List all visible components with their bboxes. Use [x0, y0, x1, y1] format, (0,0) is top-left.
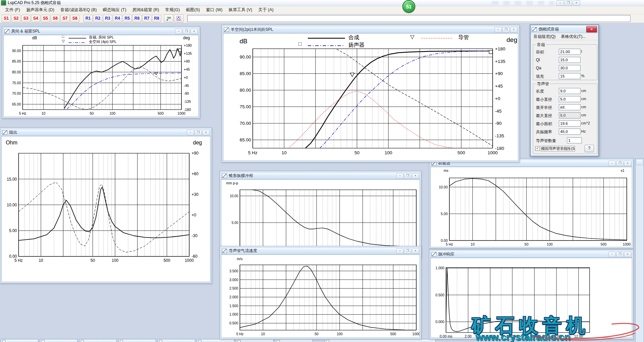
menu-box-filter-eq[interactable]: 音箱/滤波器/EQ (B)	[57, 6, 100, 14]
toolbar-combo-field[interactable]	[187, 15, 630, 22]
menu-room-box[interactable]: 房间&箱室 (R)	[129, 6, 162, 14]
menu-transient[interactable]: 瞬态响应 (T)	[100, 6, 129, 14]
y-axis-unit-ms: m/s	[237, 257, 243, 261]
impedance-title-bar[interactable]: 阻抗 – ❒ ×	[1, 129, 210, 136]
snapshot-button-s1[interactable]: S1	[2, 15, 11, 22]
minimize-icon[interactable]: –	[609, 252, 616, 257]
restore-icon[interactable]: ❒	[404, 248, 411, 254]
impulse-title: 脉冲响应	[438, 251, 609, 257]
min-area-field[interactable]	[559, 120, 580, 127]
nonlinear-checkbox[interactable]: ✓	[535, 146, 540, 151]
minimized-window-fragment[interactable]	[236, 339, 274, 342]
port-count-field[interactable]	[567, 137, 582, 143]
filling-label: 填充	[536, 74, 544, 79]
restore-icon[interactable]: ❒	[195, 130, 202, 135]
length-field[interactable]	[559, 88, 580, 94]
minimized-window-fragment[interactable]	[79, 339, 117, 342]
ql-field[interactable]	[559, 57, 580, 63]
recall-button-r4[interactable]: R4	[113, 15, 122, 22]
svg-text:500: 500	[390, 332, 396, 336]
snapshot-button-s8[interactable]: S8	[70, 15, 79, 22]
restore-icon[interactable]: ❒	[616, 252, 623, 257]
close-icon[interactable]: ×	[624, 161, 631, 166]
recall-button-r5[interactable]: R5	[123, 15, 132, 22]
svg-text:12.00: 12.00	[574, 334, 583, 338]
close-icon[interactable]: ×	[624, 252, 631, 257]
volume-field[interactable]	[559, 49, 580, 55]
close-button[interactable]: ×	[573, 0, 580, 6]
menu-snapshot[interactable]: 截图(S)	[183, 6, 203, 14]
minimized-window-fragment[interactable]	[118, 339, 156, 342]
minimized-window-fragment[interactable]	[40, 339, 78, 342]
excursion-title-bar[interactable]: 锥形振膜冲程 – ❒ ×	[221, 172, 420, 179]
help-button[interactable]: ?	[585, 145, 594, 152]
impulse-title-bar[interactable]: 脉冲响应 – ❒ ×	[430, 251, 632, 258]
room-spl-title-bar[interactable]: 房间 & 箱室SPL – ❒ ×	[3, 28, 199, 35]
max-diameter-label: 最大直径	[536, 113, 552, 119]
filling-field[interactable]	[559, 73, 580, 79]
excursion-title: 锥形振膜冲程	[229, 173, 396, 179]
recall-button-r1[interactable]: R1	[83, 15, 93, 22]
close-icon[interactable]: ×	[191, 29, 198, 34]
menu-window[interactable]: 窗口 (W)	[203, 6, 226, 14]
qa-field[interactable]	[559, 65, 580, 71]
snapshot-button-s4[interactable]: S4	[31, 15, 40, 22]
restore-icon[interactable]: ❒	[502, 27, 510, 32]
svg-text:50: 50	[524, 242, 528, 246]
recall-button-r8[interactable]: R8	[152, 15, 161, 22]
minimized-window-fragment[interactable]	[197, 339, 234, 342]
menu-file[interactable]: 文件 (F)	[2, 6, 23, 14]
menu-general[interactable]: 常规(G)	[162, 6, 183, 14]
svg-text:+30: +30	[192, 192, 199, 197]
min-diameter-field[interactable]	[559, 96, 580, 102]
half-space-title-bar[interactable]: 半空间(2pi)1米间距SPL – ❒ ×	[223, 26, 518, 33]
svg-text:+135: +135	[495, 59, 505, 64]
snapshot-button-s3[interactable]: S3	[21, 15, 30, 22]
recall-button-r7[interactable]: R7	[142, 15, 151, 22]
minimize-icon[interactable]: –	[187, 130, 194, 135]
menu-box-damping[interactable]: 音箱阻尼(Q)	[531, 33, 558, 40]
snapshot-button-s7[interactable]: S7	[60, 15, 70, 22]
menu-about[interactable]: 关于 (A)	[255, 6, 277, 14]
minimized-window-fragment[interactable]	[275, 339, 313, 342]
snapshot-button-s5[interactable]: S5	[41, 15, 50, 22]
close-icon[interactable]: ×	[202, 130, 209, 135]
svg-text:5 Hz: 5 Hz	[248, 150, 257, 155]
snapshot-button-s2[interactable]: S2	[11, 15, 21, 22]
curve-tool-icon[interactable]	[164, 15, 173, 22]
minimize-icon[interactable]: –	[396, 248, 403, 254]
minimized-window-fragment[interactable]	[324, 339, 436, 342]
chart-window-icon	[224, 27, 229, 32]
mdi-workspace: 房间 & 箱室SPL – ❒ × dB deg □ 音箱, 房间 SPL ▽ 全…	[0, 23, 644, 342]
minimize-icon[interactable]: –	[609, 161, 616, 166]
snapshot-button-s6[interactable]: S6	[51, 15, 60, 22]
length-unit: cm	[581, 89, 586, 93]
restore-icon[interactable]: ❒	[404, 173, 411, 179]
close-icon[interactable]: ×	[412, 173, 419, 179]
flare-radius-field[interactable]	[559, 104, 580, 110]
minimize-button[interactable]: –	[556, 0, 564, 6]
recall-button-r3[interactable]: R3	[103, 15, 112, 22]
minimize-icon[interactable]: –	[175, 29, 182, 34]
dialog-title-bar[interactable]: 倒相式音箱 ×	[531, 25, 598, 33]
restore-icon[interactable]: ❒	[616, 161, 623, 166]
minimized-window-fragment[interactable]	[157, 339, 195, 342]
menu-driver-unit[interactable]: 扬声器单元 (D)	[23, 6, 57, 14]
close-icon[interactable]: ×	[412, 248, 419, 254]
menu-convert-tools[interactable]: 换算工具 (V)	[225, 6, 255, 14]
close-icon[interactable]: ×	[586, 26, 597, 32]
maximize-button[interactable]: ❒	[565, 0, 572, 6]
minimize-icon[interactable]: –	[495, 27, 502, 32]
restore-icon[interactable]: ❒	[183, 29, 190, 34]
close-icon[interactable]: ×	[510, 27, 517, 32]
svg-text:70.00: 70.00	[240, 121, 251, 126]
port-velocity-title-bar[interactable]: 导声管气流速度 – ❒ ×	[221, 247, 420, 254]
driver-tool-icon[interactable]	[174, 15, 183, 22]
tuning-freq-field[interactable]	[559, 129, 580, 135]
svg-text:+60: +60	[192, 172, 199, 176]
recall-button-r6[interactable]: R6	[132, 15, 142, 22]
minimized-window-fragment[interactable]	[1, 339, 39, 342]
recall-button-r2[interactable]: R2	[93, 15, 102, 22]
menu-table-optimize[interactable]: 表格优化(T)...	[558, 33, 588, 40]
minimize-icon[interactable]: –	[396, 173, 403, 179]
